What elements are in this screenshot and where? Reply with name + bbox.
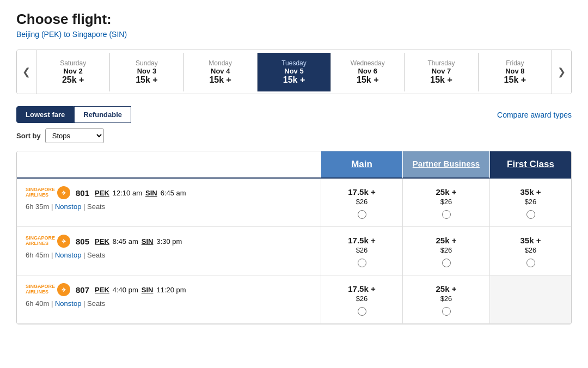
dep-code-2: PEK [95, 286, 109, 294]
airline-text-0: SINGAPOREAIRLINES [26, 187, 55, 198]
fare-partner-2[interactable]: 25k + $26 [402, 275, 489, 324]
day-name: Thursday [409, 59, 473, 67]
flight-number-2: 807 [76, 285, 89, 295]
partner-tax-1: $26 [408, 246, 484, 254]
day-name: Monday [188, 59, 253, 67]
flight-info-1: SINGAPOREAIRLINES ✈ 805 PEK 8:45 am SIN … [17, 227, 321, 275]
main-radio-2[interactable] [358, 307, 366, 316]
partner-price-1: 25k + [408, 235, 484, 246]
sort-select[interactable]: StopsDepartureArrivalDuration [45, 128, 104, 143]
main-radio-container-2 [327, 307, 397, 316]
fare-main-0[interactable]: 17.5k + $26 [321, 179, 402, 227]
compare-link[interactable]: Compare award types [497, 111, 572, 119]
filter-row: Lowest fare Refundable Compare award typ… [16, 106, 572, 123]
nonstop-link-2[interactable]: Nonstop [55, 299, 81, 308]
nonstop-link-1[interactable]: Nonstop [55, 251, 81, 259]
arr-time-0: 6:45 am [161, 189, 186, 197]
first-radio-1[interactable] [526, 259, 535, 267]
column-header-partner-business[interactable]: Partner Business [402, 151, 489, 179]
date-price: 15k + [483, 75, 547, 85]
day-name: Wednesday [335, 59, 400, 67]
main-radio-container-1 [327, 259, 397, 267]
main-price-2: 17.5k + [327, 283, 397, 295]
date-item-0[interactable]: Saturday Nov 2 25k + [36, 53, 110, 91]
prev-date-button[interactable]: ❮ [17, 50, 36, 94]
date-price: 15k + [188, 75, 253, 85]
fare-first-1[interactable]: 35k + $26 [489, 227, 571, 275]
fare-first-0[interactable]: 35k + $26 [489, 179, 571, 227]
date-item-2[interactable]: Monday Nov 4 15k + [184, 53, 258, 91]
first-radio-0[interactable] [526, 210, 535, 219]
first-radio-container-1 [495, 259, 566, 267]
date-item-1[interactable]: Sunday Nov 3 15k + [110, 53, 183, 91]
airline-logo-0: SINGAPOREAIRLINES ✈ [26, 186, 70, 199]
first-radio-container-0 [495, 210, 566, 219]
month-day: Nov 6 [335, 67, 400, 75]
month-day: Nov 4 [188, 67, 253, 75]
next-date-button[interactable]: ❯ [552, 50, 571, 94]
main-price-0: 17.5k + [327, 186, 397, 198]
page-title: Choose flight: [16, 11, 572, 28]
flight-number-1: 805 [76, 237, 89, 246]
date-nav: ❮ Saturday Nov 2 25k + Sunday Nov 3 15k … [16, 50, 572, 94]
date-item-3[interactable]: Tuesday Nov 5 15k + [258, 53, 331, 91]
sort-row: Sort by StopsDepartureArrivalDuration [16, 128, 572, 143]
fare-main-1[interactable]: 17.5k + $26 [321, 227, 402, 275]
partner-radio-1[interactable] [442, 259, 451, 267]
airline-icon-1: ✈ [57, 235, 70, 248]
partner-radio-container-2 [408, 307, 484, 316]
fare-partner-1[interactable]: 25k + $26 [402, 227, 489, 275]
flight-route-2: PEK 4:40 pm SIN 11:20 pm [95, 286, 186, 294]
grid-header-empty [17, 151, 321, 179]
flight-meta-1: 6h 45m | Nonstop | Seats [26, 251, 312, 259]
main-radio-container-0 [327, 210, 397, 219]
month-day: Nov 8 [483, 67, 547, 75]
lowest-fare-button[interactable]: Lowest fare [16, 106, 74, 123]
arr-code-1: SIN [142, 237, 154, 246]
flights-grid: Main Partner Business First Class SINGAP… [16, 151, 572, 324]
partner-price-2: 25k + [408, 283, 484, 295]
main-tax-0: $26 [327, 198, 397, 206]
main-tax-2: $26 [327, 295, 397, 303]
nonstop-link-0[interactable]: Nonstop [55, 203, 81, 211]
date-item-6[interactable]: Friday Nov 8 15k + [479, 53, 552, 91]
column-header-first-class[interactable]: First Class [489, 151, 571, 179]
fare-partner-0[interactable]: 25k + $26 [402, 179, 489, 227]
flight-info-2: SINGAPOREAIRLINES ✈ 807 PEK 4:40 pm SIN … [17, 275, 321, 324]
partner-tax-2: $26 [408, 295, 484, 303]
partner-radio-2[interactable] [442, 307, 451, 316]
month-day: Nov 5 [262, 67, 326, 75]
flight-meta-0: 6h 35m | Nonstop | Seats [26, 203, 312, 211]
refundable-button[interactable]: Refundable [74, 106, 131, 123]
main-radio-1[interactable] [358, 259, 366, 267]
partner-radio-container-0 [408, 210, 484, 219]
partner-radio-0[interactable] [442, 210, 451, 219]
column-header-main[interactable]: Main [321, 151, 402, 179]
dep-code-1: PEK [95, 237, 109, 246]
partner-radio-container-1 [408, 259, 484, 267]
arr-time-1: 3:30 pm [156, 237, 182, 246]
main-price-1: 17.5k + [327, 235, 397, 246]
day-name: Sunday [114, 59, 179, 67]
main-radio-0[interactable] [358, 210, 366, 219]
arr-code-0: SIN [145, 189, 157, 197]
flight-info-0: SINGAPOREAIRLINES ✈ 801 PEK 12:10 am SIN… [17, 179, 321, 227]
fare-main-2[interactable]: 17.5k + $26 [321, 275, 402, 324]
airline-logo-2: SINGAPOREAIRLINES ✈ [26, 283, 70, 296]
dep-time-2: 4:40 pm [113, 286, 138, 294]
first-price-1: 35k + [495, 235, 566, 246]
main-tax-1: $26 [327, 246, 397, 254]
first-tax-0: $26 [495, 198, 566, 206]
date-item-5[interactable]: Thursday Nov 7 15k + [405, 53, 478, 91]
dep-time-1: 8:45 am [113, 237, 138, 246]
sort-label: Sort by [16, 132, 41, 140]
month-day: Nov 2 [41, 67, 105, 75]
date-item-4[interactable]: Wednesday Nov 6 15k + [331, 53, 405, 91]
partner-price-0: 25k + [408, 186, 484, 198]
first-price-0: 35k + [495, 186, 566, 198]
first-tax-1: $26 [495, 246, 566, 254]
day-name: Saturday [41, 59, 105, 67]
date-price: 15k + [262, 75, 326, 85]
month-day: Nov 3 [114, 67, 179, 75]
date-price: 25k + [41, 75, 105, 85]
